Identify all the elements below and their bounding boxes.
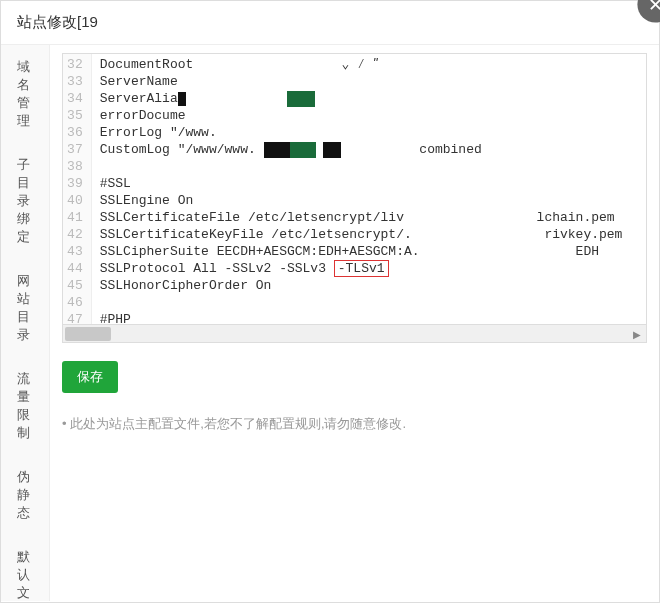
sidebar-item[interactable]: 网站目录	[1, 259, 49, 357]
modal-title: 站点修改[19	[17, 13, 98, 30]
config-editor: 323334353637383940414243444546474849 Doc…	[62, 53, 647, 343]
horizontal-scrollbar[interactable]: ▶	[63, 324, 646, 342]
modal-header: 站点修改[19 ✕	[1, 1, 659, 45]
modal-body: 域名管理子目录绑定网站目录流量限制伪静态默认文档配置文件SSLPHP版本Tomc…	[1, 45, 659, 601]
sidebar-item[interactable]: 默认文档	[1, 535, 49, 601]
sidebar-item[interactable]: 流量限制	[1, 357, 49, 455]
save-button[interactable]: 保存	[62, 361, 118, 393]
scroll-right-icon[interactable]: ▶	[628, 325, 646, 343]
sidebar-item[interactable]: 子目录绑定	[1, 143, 49, 259]
close-button[interactable]: ✕	[637, 0, 660, 23]
line-gutter: 323334353637383940414243444546474849	[63, 54, 92, 324]
sidebar: 域名管理子目录绑定网站目录流量限制伪静态默认文档配置文件SSLPHP版本Tomc…	[1, 45, 50, 601]
editor-content[interactable]: 323334353637383940414243444546474849 Doc…	[63, 54, 646, 324]
sidebar-item[interactable]: 域名管理	[1, 45, 49, 143]
config-note: 此处为站点主配置文件,若您不了解配置规则,请勿随意修改.	[62, 415, 647, 433]
main-panel: 323334353637383940414243444546474849 Doc…	[50, 45, 659, 601]
site-edit-modal: 站点修改[19 ✕ 域名管理子目录绑定网站目录流量限制伪静态默认文档配置文件SS…	[0, 0, 660, 603]
scrollbar-thumb[interactable]	[65, 327, 111, 341]
sidebar-item[interactable]: 伪静态	[1, 455, 49, 535]
highlighted-fragment: -TLSv1	[334, 260, 389, 277]
code-area[interactable]: DocumentRoot ⌄ ⁄ ʺServerNameServerAlia e…	[92, 54, 646, 324]
